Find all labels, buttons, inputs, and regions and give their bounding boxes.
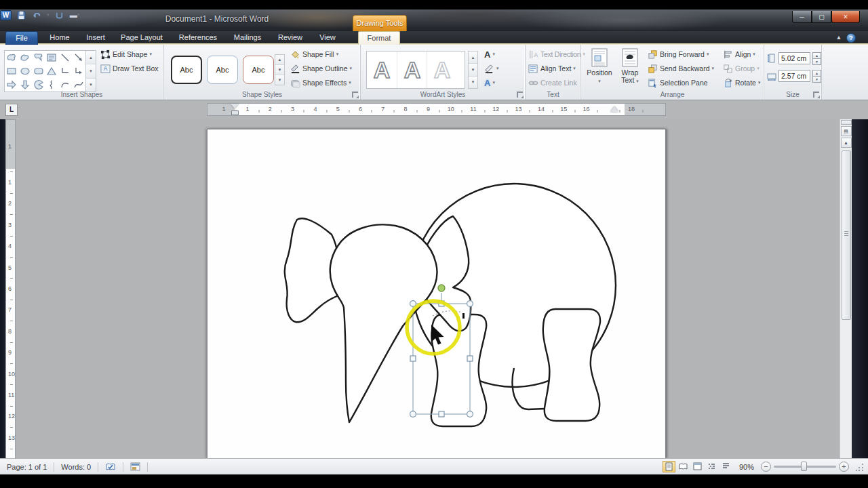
minimize-button[interactable]: ─: [792, 11, 812, 23]
view-print-layout-button[interactable]: [663, 461, 675, 472]
size-dialog-launcher[interactable]: [813, 92, 819, 98]
close-button[interactable]: ✕: [831, 11, 860, 23]
wordart-preset-2[interactable]: A: [397, 52, 427, 88]
tab-mailings[interactable]: Mailings: [226, 31, 269, 45]
tab-page-layout[interactable]: Page Layout: [114, 31, 170, 45]
wordart-scroll-down[interactable]: ▼: [469, 63, 477, 75]
height-spinner[interactable]: ▲▼: [812, 52, 821, 64]
shape-right-arrow-icon[interactable]: [5, 78, 18, 92]
minimize-ribbon-button[interactable]: ▲: [834, 33, 844, 43]
style-scroll-down[interactable]: ▼: [275, 64, 284, 75]
shape-down-arrow-icon[interactable]: [18, 78, 32, 92]
text-effects-button[interactable]: A▾: [483, 77, 496, 88]
document-canvas[interactable]: [16, 119, 840, 458]
shape-line-icon[interactable]: [58, 51, 72, 64]
view-draft-button[interactable]: [719, 461, 732, 472]
scrollbar-thumb[interactable]: [842, 150, 851, 320]
help-button[interactable]: ?: [846, 33, 856, 43]
rotate-handle[interactable]: [438, 285, 445, 291]
wordart-scroll-up[interactable]: ▲: [469, 52, 477, 63]
shape-blob-icon[interactable]: [18, 51, 32, 64]
resize-handle-nw[interactable]: [410, 301, 416, 307]
rotate-button[interactable]: Rotate▾: [722, 77, 762, 88]
word-count[interactable]: Words: 0: [54, 459, 98, 474]
shape-cloud-callout-icon[interactable]: [32, 51, 45, 64]
tab-references[interactable]: References: [172, 31, 224, 45]
resize-handle-ne[interactable]: [467, 301, 473, 307]
group-button[interactable]: Group▾: [722, 63, 761, 74]
align-text-button[interactable]: Align Text▾: [527, 63, 577, 74]
view-full-screen-reading-button[interactable]: [677, 461, 690, 472]
shape-pie-icon[interactable]: [32, 78, 45, 92]
shape-effects-button[interactable]: Shape Effects▾: [289, 77, 353, 88]
shape-elbow-arrow-connector-icon[interactable]: [72, 64, 85, 78]
edit-shape-button[interactable]: Edit Shape▾: [99, 49, 153, 60]
resize-handle-w[interactable]: [410, 356, 416, 361]
zoom-level[interactable]: 90%: [735, 463, 758, 471]
position-button[interactable]: Position▾: [584, 47, 615, 96]
align-button[interactable]: Align▾: [722, 49, 757, 60]
selection-pane-button[interactable]: Selection Pane: [646, 77, 709, 88]
shape-triangle-icon[interactable]: [45, 64, 59, 78]
tab-view[interactable]: View: [312, 31, 343, 45]
vertical-ruler[interactable]: 123456789101112131: [5, 119, 16, 458]
page-count[interactable]: Page: 1 of 1: [0, 459, 54, 474]
tab-stop-selector[interactable]: L: [5, 104, 18, 116]
resize-grip[interactable]: [856, 463, 864, 471]
style-more-button[interactable]: ▼: [275, 75, 284, 85]
style-scroll-up[interactable]: ▲: [275, 55, 284, 64]
shape-style-preset-1[interactable]: Abc: [171, 56, 202, 84]
gallery-scroll-up[interactable]: ▲: [86, 51, 96, 64]
send-backward-button[interactable]: Send Backward▾: [646, 63, 715, 74]
shape-curve-icon[interactable]: [72, 78, 85, 92]
shape-outline-button[interactable]: Shape Outline▾: [289, 63, 353, 74]
maximize-button[interactable]: ▢: [812, 11, 831, 23]
wrap-text-button[interactable]: Wrap Text ▾: [616, 47, 644, 96]
tab-format[interactable]: Format: [358, 31, 400, 45]
wordart-preset-1[interactable]: A: [367, 52, 397, 88]
tab-insert[interactable]: Insert: [79, 31, 113, 45]
shape-arc-icon[interactable]: [58, 78, 72, 92]
resize-handle-s[interactable]: [439, 411, 444, 417]
wordart-dialog-launcher[interactable]: [517, 92, 523, 98]
shape-text-box-icon[interactable]: [45, 51, 59, 64]
gallery-scroll-down[interactable]: ▼: [86, 64, 96, 77]
shape-styles-dialog-launcher[interactable]: [352, 92, 358, 98]
zoom-slider-thumb[interactable]: [801, 462, 807, 471]
shape-style-preset-2[interactable]: Abc: [207, 56, 238, 84]
wordart-more-button[interactable]: ▼: [469, 76, 477, 88]
shape-fill-button[interactable]: Shape Fill▾: [289, 49, 340, 60]
shape-rectangle-icon[interactable]: [5, 64, 18, 78]
width-spinner[interactable]: ▲▼: [812, 70, 821, 82]
zoom-in-button[interactable]: +: [839, 462, 849, 472]
tab-home[interactable]: Home: [43, 31, 76, 45]
shape-width-input[interactable]: 2.57 cm: [778, 70, 810, 82]
tab-file[interactable]: File: [5, 31, 38, 45]
resize-handle-se[interactable]: [467, 411, 473, 418]
draw-text-box-button[interactable]: A Draw Text Box: [99, 63, 160, 74]
text-outline-button[interactable]: ▾: [483, 63, 500, 74]
tab-review[interactable]: Review: [271, 31, 309, 45]
shape-style-preset-3[interactable]: Abc: [243, 56, 274, 84]
view-outline-button[interactable]: [705, 461, 718, 472]
shape-arrow-icon[interactable]: [72, 51, 85, 64]
text-fill-button[interactable]: A▾: [483, 49, 496, 60]
bring-forward-button[interactable]: Bring Forward▾: [646, 49, 710, 60]
shape-back-leg-near[interactable]: [543, 309, 600, 421]
right-indent-marker[interactable]: [610, 106, 618, 112]
view-web-layout-button[interactable]: [691, 461, 704, 472]
zoom-slider[interactable]: [774, 466, 836, 468]
scroll-up-button[interactable]: ▲: [841, 138, 852, 148]
shape-scribble-icon[interactable]: [45, 78, 59, 92]
document-page[interactable]: [207, 129, 666, 458]
text-direction-button[interactable]: A Text Direction▾: [527, 49, 587, 60]
resize-handle-sw[interactable]: [410, 411, 416, 418]
shape-elbow-connector-icon[interactable]: [58, 64, 72, 78]
ruler-toggle-button[interactable]: ▤: [841, 126, 852, 136]
proofing-status-button[interactable]: [98, 459, 123, 474]
gallery-more-button[interactable]: ▼: [86, 78, 96, 92]
shape-height-input[interactable]: 5.02 cm: [778, 52, 810, 64]
macro-recording-button[interactable]: [123, 459, 147, 474]
split-handle[interactable]: [841, 120, 852, 125]
shape-rounded-rectangle-icon[interactable]: [32, 64, 45, 78]
